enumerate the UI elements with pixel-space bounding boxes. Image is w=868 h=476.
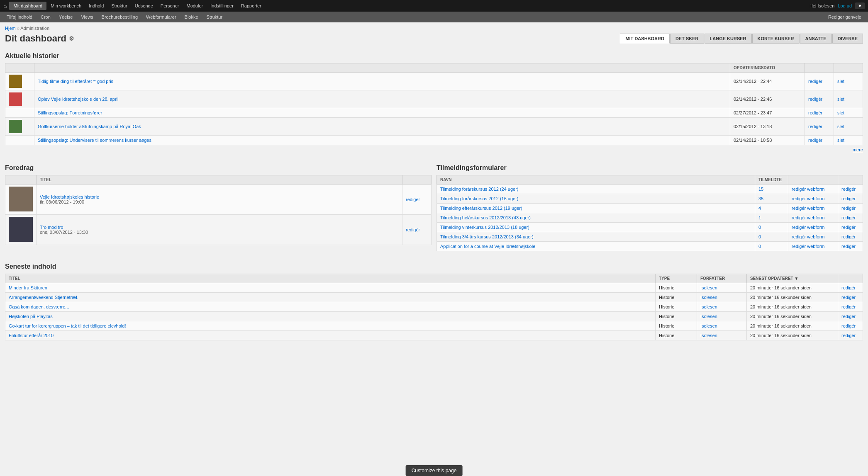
tab-ansatte[interactable]: ANSATTE: [800, 34, 832, 44]
seneste-title-link[interactable]: Arrangementweekend Stjernetræf.: [9, 295, 78, 300]
tilm-name-link[interactable]: Tilmelding vinterkursus 2012/2013 (18 ug…: [440, 225, 529, 230]
tilm-count-link[interactable]: 4: [758, 206, 761, 211]
gear-icon[interactable]: ⚙: [69, 35, 74, 42]
nav-workbench[interactable]: Min workbench: [47, 2, 85, 10]
edit-shortcuts-link[interactable]: Rediger genveje: [828, 15, 861, 19]
tilm-count-link[interactable]: 0: [758, 234, 761, 239]
seneste-edit-link[interactable]: redigér: [841, 304, 856, 309]
sec-brochure[interactable]: Brochurebestilling: [98, 13, 141, 21]
delete-link[interactable]: slet: [837, 124, 844, 129]
tilm-webform-link[interactable]: redigér webform: [792, 196, 824, 201]
seneste-edit-link[interactable]: redigér: [841, 285, 856, 290]
seneste-edit-link[interactable]: redigér: [841, 333, 856, 338]
article-link[interactable]: Tidlig tilmelding til efteråret = god pr…: [38, 79, 113, 84]
tilm-count-link[interactable]: 1: [758, 215, 761, 220]
seneste-forfatter-link[interactable]: Isolesen: [700, 323, 717, 328]
delete-link[interactable]: slet: [837, 79, 844, 84]
sec-webformularer[interactable]: Webformularer: [143, 13, 180, 21]
tilm-name-link[interactable]: Tilmelding helårskursus 2012/2013 (43 ug…: [440, 215, 531, 220]
tab-lange-kurser[interactable]: LANGE KURSER: [705, 34, 752, 44]
delete-link[interactable]: slet: [837, 97, 844, 102]
tilm-name-link[interactable]: Application for a course at Vejle Idræts…: [440, 244, 535, 249]
nav-struktur[interactable]: Struktur: [108, 2, 131, 10]
article-link[interactable]: Stillingsopslag: Forretningsfører: [38, 110, 102, 115]
foredrag-edit-link[interactable]: redigér: [406, 227, 420, 232]
foredrag-link[interactable]: Tro mod tro: [40, 225, 63, 230]
active-dashboard-tab[interactable]: Mit dashboard: [9, 2, 46, 10]
seneste-title-link[interactable]: Også kom dagen, desværre...: [9, 304, 69, 309]
tilm-webform-cell: redigér webform: [788, 204, 838, 213]
sec-struktur2[interactable]: Struktur: [203, 13, 226, 21]
customize-tooltip[interactable]: Customize this page: [406, 465, 463, 476]
delete-link[interactable]: slet: [837, 110, 844, 115]
seneste-type-cell: Historie: [656, 312, 697, 321]
article-link[interactable]: Stillingsopslag: Undervisere til sommere…: [38, 138, 151, 143]
edit-link[interactable]: redigér: [808, 124, 822, 129]
tilm-count-link[interactable]: 15: [758, 187, 763, 192]
seneste-forfatter-link[interactable]: Isolesen: [700, 314, 717, 319]
seneste-title-link[interactable]: Go-kart tur for lærergruppen – tak til d…: [9, 323, 126, 328]
more-link[interactable]: mere: [853, 147, 863, 152]
seneste-edit-link[interactable]: redigér: [841, 323, 856, 328]
edit-link[interactable]: redigér: [808, 97, 822, 102]
tilm-edit-link[interactable]: redigér: [841, 196, 856, 201]
seneste-forfatter-link[interactable]: Isolesen: [700, 285, 717, 290]
tilm-name-link[interactable]: Tilmelding efterårskursus 2012 (19 uger): [440, 206, 522, 211]
nav-moduler[interactable]: Moduler: [183, 2, 206, 10]
article-link[interactable]: Oplev Vejle Idrætshøjskole den 28. april: [38, 97, 118, 102]
seneste-edit-link[interactable]: redigér: [841, 295, 856, 300]
logout-link[interactable]: Log ud: [838, 3, 852, 8]
tilm-edit-link[interactable]: redigér: [841, 234, 856, 239]
tilm-edit-link[interactable]: redigér: [841, 215, 856, 220]
tilm-edit-link[interactable]: redigér: [841, 187, 856, 192]
sec-ydelse[interactable]: Ydelse: [56, 13, 76, 21]
tilm-count-link[interactable]: 0: [758, 225, 761, 230]
edit-link[interactable]: redigér: [808, 138, 822, 143]
seneste-title-link[interactable]: Minder fra Skituren: [9, 285, 47, 290]
seneste-title-link[interactable]: Højskolen på Playitas: [9, 314, 53, 319]
seneste-title-link[interactable]: Friluftstur efterår 2010: [9, 333, 54, 338]
dropdown-arrow[interactable]: ▼: [855, 2, 865, 9]
tilm-edit-link[interactable]: redigér: [841, 206, 856, 211]
tab-mit-dashboard[interactable]: MIT DASHBOARD: [620, 34, 670, 44]
tilm-webform-link[interactable]: redigér webform: [792, 244, 824, 249]
sec-tilfoej[interactable]: Tilføj indhold: [3, 13, 36, 21]
breadcrumb-home[interactable]: Hjem: [5, 26, 16, 31]
seneste-forfatter-link[interactable]: Isolesen: [700, 333, 717, 338]
tilm-name-link[interactable]: Tilmelding forårskursus 2012 (24 uger): [440, 187, 519, 192]
sort-arrow-icon[interactable]: ▼: [795, 276, 799, 281]
tilm-webform-link[interactable]: redigér webform: [792, 215, 824, 220]
seneste-forfatter-link[interactable]: Isolesen: [700, 295, 717, 300]
tilm-count-link[interactable]: 0: [758, 244, 761, 249]
seneste-edit-link[interactable]: redigér: [841, 314, 856, 319]
nav-rapporter[interactable]: Rapporter: [238, 2, 265, 10]
edit-link[interactable]: redigér: [808, 110, 822, 115]
tilm-edit-link[interactable]: redigér: [841, 244, 856, 249]
foredrag-edit-link[interactable]: redigér: [406, 197, 420, 202]
tilm-name-link[interactable]: Tilmelding 3/4 års kursus 2012/2013 (34 …: [440, 234, 534, 239]
sec-cron[interactable]: Cron: [37, 13, 54, 21]
edit-link[interactable]: redigér: [808, 79, 822, 84]
tilm-webform-link[interactable]: redigér webform: [792, 225, 824, 230]
tilm-webform-link[interactable]: redigér webform: [792, 234, 824, 239]
article-link[interactable]: Golfkurserne holder afslutningskamp på R…: [38, 124, 141, 129]
tab-korte-kurser[interactable]: KORTE KURSER: [752, 34, 800, 44]
title-cell: Tidlig tilmelding til efteråret = god pr…: [34, 73, 730, 90]
tilm-webform-link[interactable]: redigér webform: [792, 187, 824, 192]
tilm-webform-link[interactable]: redigér webform: [792, 206, 824, 211]
nav-indhold[interactable]: Indhold: [85, 2, 107, 10]
nav-personer[interactable]: Personer: [157, 2, 183, 10]
delete-link[interactable]: slet: [837, 138, 844, 143]
tab-det-sker[interactable]: DET SKER: [670, 34, 704, 44]
nav-indstillinger[interactable]: Indstillinger: [207, 2, 237, 10]
tilm-edit-link[interactable]: redigér: [841, 225, 856, 230]
tab-diverse[interactable]: DIVERSE: [832, 34, 863, 44]
home-icon[interactable]: ⌂: [3, 2, 7, 9]
sec-views[interactable]: Views: [78, 13, 96, 21]
sec-blokke[interactable]: Blokke: [181, 13, 202, 21]
tilm-count-link[interactable]: 35: [758, 196, 763, 201]
nav-udsende[interactable]: Udsende: [132, 2, 156, 10]
foredrag-link[interactable]: Vejle Idrætshøjskoles historie: [40, 194, 99, 199]
tilm-name-link[interactable]: Tilmelding forårskursus 2012 (16 uger): [440, 196, 519, 201]
seneste-forfatter-link[interactable]: Isolesen: [700, 304, 717, 309]
